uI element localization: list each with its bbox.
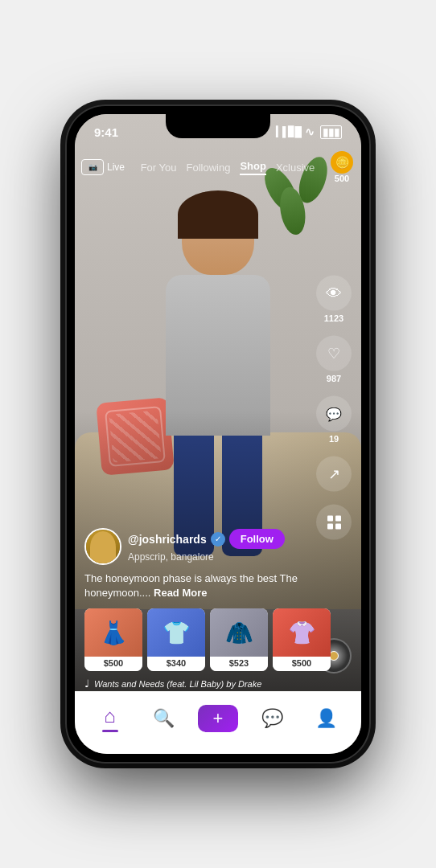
- product-price-1: $500: [84, 657, 142, 671]
- share-icon: ↗: [316, 457, 352, 492]
- live-button[interactable]: 📷 Live: [81, 159, 125, 175]
- right-actions: 👁 1123 ♡ 987 💬 19 ↗: [316, 276, 352, 540]
- product-image-3: 🧥: [210, 608, 268, 657]
- product-card-2[interactable]: 👕 $340: [147, 608, 205, 671]
- home-active-indicator: [102, 730, 118, 732]
- creator-avatar[interactable]: [84, 528, 121, 565]
- caption: The honeymoon phase is always the best T…: [84, 571, 352, 600]
- signal-icon: ▎▌▊█: [276, 126, 301, 137]
- comments-action[interactable]: 💬 19: [316, 396, 352, 444]
- music-song: Wants and Needs (feat. Lil Baby) by Drak…: [94, 679, 261, 689]
- nav-item-create[interactable]: +: [191, 705, 245, 732]
- nav-item-messages[interactable]: 💬: [245, 708, 299, 729]
- live-label: Live: [107, 162, 125, 173]
- nav-item-profile[interactable]: 👤: [299, 708, 353, 729]
- coins-badge[interactable]: 🪙 500: [331, 151, 353, 183]
- search-icon: 🔍: [153, 708, 175, 729]
- product-card-1[interactable]: 👗 $500: [84, 608, 142, 671]
- tab-following[interactable]: Following: [187, 162, 231, 174]
- phone-frame: 9:41 ▎▌▊█ ∿ ▮▮▮ 📷 Live For You Followi: [65, 104, 371, 764]
- creator-username: @joshrichards: [128, 533, 207, 546]
- profile-icon: 👤: [315, 708, 337, 729]
- product-card-3[interactable]: 🧥 $523: [210, 608, 268, 671]
- create-button[interactable]: +: [198, 705, 238, 732]
- phone-wrapper: 9:41 ▎▌▊█ ∿ ▮▮▮ 📷 Live For You Followi: [0, 0, 436, 868]
- avatar-image: [86, 530, 120, 563]
- nav-item-search[interactable]: 🔍: [137, 708, 191, 729]
- read-more-button[interactable]: Read More: [154, 587, 207, 599]
- creator-name-row: @joshrichards ✓ Follow: [128, 529, 352, 549]
- bottom-navigation: ⌂ 🔍 + 💬 👤: [75, 691, 361, 754]
- avatar-person: [90, 531, 116, 563]
- comments-count: 19: [329, 434, 339, 444]
- creator-info: @joshrichards ✓ Follow Appscrip, bangalo…: [84, 528, 352, 565]
- follow-button[interactable]: Follow: [229, 529, 285, 549]
- creator-details: @joshrichards ✓ Follow Appscrip, bangalo…: [128, 529, 352, 563]
- coin-count: 500: [335, 174, 349, 183]
- battery-icon: ▮▮▮: [320, 125, 342, 139]
- song-title: Wants and Needs (feat. Lil Baby): [94, 679, 224, 689]
- product-price-2: $340: [147, 657, 205, 671]
- phone-screen: 9:41 ▎▌▊█ ∿ ▮▮▮ 📷 Live For You Followi: [75, 114, 361, 754]
- product-card-4[interactable]: 👚 $500: [273, 608, 331, 671]
- bottom-overlay: @joshrichards ✓ Follow Appscrip, bangalo…: [75, 528, 361, 690]
- status-time: 9:41: [94, 125, 118, 139]
- comment-icon: 💬: [316, 396, 352, 432]
- product-image-2: 👕: [147, 608, 205, 657]
- product-image-4: 👚: [273, 608, 331, 657]
- product-price-4: $500: [273, 657, 331, 671]
- nav-item-home[interactable]: ⌂: [83, 705, 137, 732]
- tab-for-you[interactable]: For You: [141, 162, 177, 174]
- artist-name: by Drake: [226, 679, 261, 689]
- product-price-3: $523: [210, 657, 268, 671]
- likes-count: 987: [327, 374, 341, 383]
- product-image-1: 👗: [84, 608, 142, 657]
- music-bar: ♩ Wants and Needs (feat. Lil Baby) by Dr…: [84, 678, 352, 690]
- wifi-icon: ∿: [305, 125, 315, 138]
- products-row: 👗 $500 👕 $340 🧥 $523: [84, 608, 352, 671]
- messages-icon: 💬: [261, 708, 283, 729]
- status-icons: ▎▌▊█ ∿ ▮▮▮: [276, 125, 342, 139]
- nav-tabs: For You Following Shop Xclusive: [141, 160, 315, 175]
- coin-icon: 🪙: [331, 151, 353, 174]
- likes-action[interactable]: ♡ 987: [316, 336, 352, 383]
- tab-shop[interactable]: Shop: [240, 160, 266, 175]
- home-icon: ⌂: [104, 705, 116, 727]
- phone-notch: [166, 114, 270, 138]
- views-action[interactable]: 👁 1123: [316, 276, 352, 323]
- verified-badge: ✓: [211, 532, 225, 547]
- live-camera-icon: 📷: [81, 159, 104, 175]
- creator-location: Appscrip, bangalore: [128, 551, 214, 563]
- tab-xclusive[interactable]: Xclusive: [276, 162, 315, 174]
- music-note-icon: ♩: [84, 678, 89, 690]
- top-navigation: 📷 Live For You Following Shop Xclusive 🪙…: [75, 149, 361, 185]
- share-action[interactable]: ↗: [316, 457, 352, 492]
- views-count: 1123: [324, 313, 343, 323]
- heart-icon: ♡: [316, 336, 352, 371]
- eye-icon: 👁: [316, 276, 352, 311]
